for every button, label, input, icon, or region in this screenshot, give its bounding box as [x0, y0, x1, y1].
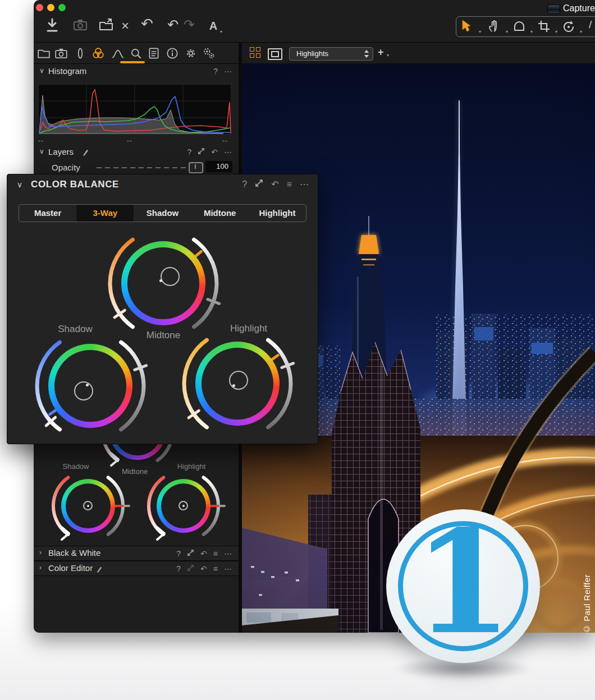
opacity-value[interactable]: 100: [205, 161, 232, 172]
chevron-down-icon[interactable]: ∨: [17, 180, 22, 189]
annotate-caret-icon: ▾: [220, 29, 222, 34]
expand-icon[interactable]: [187, 549, 194, 559]
tab-midtone[interactable]: Midtone: [191, 205, 249, 222]
reset-icon[interactable]: ↶: [200, 564, 207, 574]
more-icon[interactable]: ⋯: [224, 66, 232, 76]
histogram-tick-left: --: [38, 137, 44, 145]
midtone-selector-dot[interactable]: [159, 279, 162, 282]
more-icon[interactable]: ⋯: [300, 179, 309, 190]
tab-highlight[interactable]: Highlight: [249, 205, 306, 222]
midtone-wheel-label: Midtone: [130, 330, 197, 341]
app-thumbnail-icon: [547, 4, 560, 14]
crop-icon[interactable]: [537, 20, 554, 33]
window-zoom-button[interactable]: [58, 4, 66, 11]
caret-icon: ▾: [387, 53, 389, 58]
black-white-panel[interactable]: › Black & White ? ↶ ≡ ⋯: [34, 546, 239, 561]
color-editor-title: Color Editor: [48, 563, 93, 573]
chevron-right-icon[interactable]: ›: [39, 564, 42, 572]
viewer-toolbar: Highlights + ▾: [242, 43, 595, 64]
shadow-selector-dot[interactable]: [86, 384, 89, 386]
delete-icon[interactable]: ×: [116, 18, 135, 34]
chevron-down-icon[interactable]: ∨: [39, 148, 44, 155]
opacity-slider-handle[interactable]: [189, 162, 203, 173]
variant-selector[interactable]: Highlights: [289, 47, 373, 61]
tab-metadata-icon[interactable]: [147, 47, 161, 60]
histogram-tick-mid: --: [127, 137, 132, 145]
tab-details-icon[interactable]: [129, 47, 143, 60]
reset-icon[interactable]: ↶: [271, 179, 278, 190]
color-balance-title: COLOR BALANCE: [31, 179, 119, 190]
expand-icon[interactable]: [255, 179, 263, 190]
opacity-slider-track[interactable]: [97, 167, 199, 168]
tab-master[interactable]: Master: [19, 205, 76, 222]
help-icon[interactable]: ?: [187, 147, 191, 157]
histogram-header[interactable]: ∨ Histogram ? ⋯: [34, 65, 239, 80]
help-icon[interactable]: ?: [176, 549, 181, 559]
more-icon[interactable]: ⋯: [224, 564, 232, 574]
tab-3way[interactable]: 3-Way: [76, 205, 134, 222]
redo-icon[interactable]: ↷: [180, 17, 199, 33]
help-icon[interactable]: ?: [213, 66, 218, 76]
tab-library-icon[interactable]: [37, 47, 51, 60]
reset-icon[interactable]: ↶: [200, 549, 207, 559]
reset-icon[interactable]: ↶: [211, 147, 218, 157]
tool-tabs-row: [34, 43, 239, 64]
chevron-down-icon[interactable]: ∨: [39, 67, 44, 75]
caret-icon: ▾: [506, 29, 508, 34]
docked-shadow-label: Shadow: [48, 462, 104, 471]
help-icon[interactable]: ?: [176, 564, 181, 574]
more-icon[interactable]: ⋯: [224, 147, 232, 157]
layers-title: Layers: [48, 147, 74, 156]
tab-adjustments-icon[interactable]: [202, 47, 216, 60]
stepper-icon[interactable]: [364, 49, 369, 58]
tab-color-icon[interactable]: [91, 47, 105, 60]
pan-hand-icon[interactable]: [488, 20, 505, 33]
menu-icon[interactable]: ≡: [213, 549, 218, 559]
window-minimize-button[interactable]: [47, 4, 54, 11]
variant-selector-value: Highlights: [296, 49, 328, 58]
layers-header[interactable]: ∨ Layers ? ↶ ⋯: [34, 146, 239, 160]
chevron-right-icon[interactable]: ›: [39, 549, 42, 556]
menu-icon[interactable]: ≡: [287, 179, 292, 190]
grid-view-icon[interactable]: [250, 47, 261, 58]
highlight-selector-dot[interactable]: [232, 384, 235, 387]
export-icon[interactable]: [97, 18, 116, 35]
window-close-button[interactable]: [36, 4, 43, 11]
select-cursor-icon[interactable]: [461, 20, 478, 33]
single-view-icon[interactable]: [268, 48, 282, 60]
caret-icon: ▾: [580, 29, 582, 34]
docked-midtone-label: Midtone: [107, 467, 163, 476]
reset-adjustments-icon[interactable]: ↶: [138, 16, 157, 31]
straighten-icon[interactable]: /: [589, 19, 595, 32]
opacity-label: Opacity: [52, 163, 80, 172]
import-icon[interactable]: [43, 18, 62, 36]
add-variant-icon[interactable]: +: [378, 47, 384, 58]
shadow-selector[interactable]: [74, 381, 93, 400]
rotate-icon[interactable]: [562, 20, 579, 33]
tab-info-icon[interactable]: [166, 47, 179, 60]
tab-lens-icon[interactable]: [74, 47, 87, 60]
menu-icon[interactable]: ≡: [213, 564, 218, 574]
tab-capture-icon[interactable]: [54, 47, 68, 60]
more-icon[interactable]: ⋯: [224, 549, 232, 559]
tab-exposure-icon[interactable]: [111, 47, 125, 60]
help-icon[interactable]: ?: [242, 179, 247, 190]
brush-icon[interactable]: [95, 565, 103, 575]
color-editor-panel[interactable]: › Color Editor ? ↶ ≡ ⋯: [34, 561, 239, 576]
histogram-tick-right: --: [222, 137, 228, 145]
docked-shadow-selector-dot[interactable]: [87, 505, 89, 507]
active-tab-indicator: [120, 61, 145, 63]
capture-camera-icon[interactable]: [71, 18, 90, 35]
color-balance-panel: ∨ COLOR BALANCE ? ↶ ≡ ⋯ Master 3-Way Sha…: [7, 174, 318, 444]
photo-credit: © Paul Reiffer: [582, 545, 594, 633]
brush-icon[interactable]: [81, 148, 89, 158]
loupe-icon[interactable]: [512, 20, 529, 33]
capture-one-logo: 1: [386, 509, 540, 663]
tab-shadow[interactable]: Shadow: [134, 205, 191, 222]
expand-icon[interactable]: [187, 564, 194, 574]
highlight-selector[interactable]: [229, 371, 248, 390]
docked-highlight-selector-dot[interactable]: [182, 505, 185, 507]
expand-icon[interactable]: [198, 147, 205, 157]
midtone-selector[interactable]: [161, 267, 180, 286]
tab-settings-icon[interactable]: [184, 47, 198, 60]
